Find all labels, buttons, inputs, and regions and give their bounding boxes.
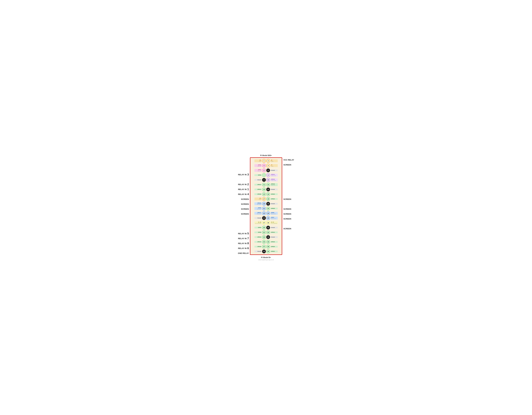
pin-left-label-17: GPIO13 [255, 236, 262, 238]
pin-row-10: GPIO10SPI0_MOSI1920Ground [251, 201, 281, 206]
pin-row-1: 3V3Power125VPower [251, 159, 281, 163]
left-annotation-num-7: 1 [247, 188, 249, 191]
pin-right-label-3: Ground [270, 170, 278, 171]
right-annotation-row-15: SCREEN [283, 226, 291, 231]
left-annotation-row-8: RELAY IN4 [238, 192, 249, 197]
pin-left-label-1: 3V3Power [255, 159, 262, 162]
pin-left-label-16: GPIO6 [255, 231, 262, 233]
pin-15: 15 [262, 192, 266, 196]
pin-35: 35 [262, 240, 266, 244]
left-annotations: RELAY IN3RELAY IN2RELAY IN1RELAY IN4SCRE… [238, 157, 250, 256]
pin-left-label-15: GPIO5 [255, 227, 262, 228]
pin-right-label-15: Ground [270, 227, 278, 228]
pin-38: 38 [266, 245, 270, 249]
left-annotation-row-19: RELAY IN6 [238, 246, 249, 251]
pin-36: 36 [266, 240, 270, 244]
pin-left-label-6: GPIO17 [255, 184, 262, 186]
right-annotations: VCC RELAYSCREENSCREENSCREENSCREENSCREENS… [282, 157, 294, 256]
title-top: Pi Model B/B+ [215, 154, 317, 157]
pin-3: 3 [262, 164, 266, 168]
left-annotation-row-16: RELAY IN5 [238, 231, 249, 236]
pin-6: 6 [266, 169, 270, 172]
left-annotation-text-9: SCREEN [241, 198, 249, 200]
left-annotation-text-16: RELAY IN [238, 233, 247, 235]
pin-right-label-10: Ground [270, 203, 278, 205]
pin-14: 14 [266, 188, 270, 191]
left-annotation-text-10: SCREEN [241, 203, 249, 205]
pin-board: 3V3Power125VPowerGPIO2SDA1 I2C345VPowerG… [250, 157, 282, 255]
pin-right-label-16: GPIO12 [270, 231, 278, 233]
right-annotation-text-11: SCREEN [283, 208, 291, 210]
left-annotation-row-17: RELAY IN7 [238, 236, 249, 241]
pin-left-label-20: Ground [255, 251, 262, 252]
pin-right-label-18: GPIO16 [270, 241, 278, 243]
pin-10: 10 [266, 178, 270, 182]
pin-row-7: GPIO271314Ground [251, 187, 281, 192]
right-annotation-text-9: SCREEN [283, 198, 291, 200]
pin-21: 21 [262, 207, 266, 210]
pin-right-label-6: GPIO18PCM_CLK [270, 183, 278, 186]
pin-right-label-5: GPIO15UART0_RXD [270, 179, 278, 181]
left-annotation-row-9: SCREEN [241, 197, 249, 202]
pin-right-label-20: GPIO21 [270, 251, 278, 252]
pin-8: 8 [266, 173, 270, 177]
right-annotation-row-13: SCREEN [283, 216, 291, 221]
pin-5: 5 [262, 169, 266, 172]
pin-40: 40 [266, 250, 270, 253]
pin-28: 28 [266, 221, 270, 225]
pin-right-label-17: Ground [270, 236, 278, 238]
left-annotation-num-18: 8 [247, 242, 249, 245]
pin-20: 20 [266, 202, 270, 206]
pin-left-label-7: GPIO27 [255, 189, 262, 190]
left-annotation-row-11: SCREEN [241, 207, 249, 211]
pin-right-label-8: GPIO23 [270, 193, 278, 195]
right-annotation-text-13: SCREEN [283, 218, 291, 220]
pin-left-label-11: GPIO9SPI0_MISO [255, 207, 262, 210]
pin-row-3: GPIO3SCL1 I2C56Ground [251, 168, 281, 173]
pin-left-label-13: Ground [255, 217, 262, 219]
pin-11: 11 [262, 183, 266, 187]
left-annotation-text-19: RELAY IN [238, 247, 247, 249]
pin-left-label-5: Ground [255, 179, 262, 181]
right-annotation-row-12: SCREEN [283, 211, 291, 216]
pin-row-17: GPIO133334Ground [251, 235, 281, 239]
pin-17: 17 [262, 197, 266, 201]
pin-16: 16 [266, 192, 270, 196]
pin-left-label-10: GPIO10SPI0_MOSI [255, 202, 262, 205]
pin-left-label-3: GPIO3SCL1 I2C [255, 169, 262, 172]
watermark: www.raspberrypi-spy.co.uk [215, 259, 317, 261]
right-annotation-text-2: SCREEN [283, 164, 291, 166]
pin-7: 7 [262, 173, 266, 177]
pin-4: 4 [266, 164, 270, 168]
pin-30: 30 [266, 226, 270, 229]
right-annotation-row-11: SCREEN [283, 207, 291, 211]
right-annotation-row-2: SCREEN [283, 162, 291, 167]
pin-23: 23 [262, 211, 266, 215]
right-annotation-text-1: VCC RELAY [283, 159, 294, 161]
left-annotation-num-17: 7 [247, 237, 249, 240]
pin-37: 37 [262, 245, 266, 249]
pin-2: 2 [266, 159, 270, 163]
right-annotation-row-1: VCC RELAY [283, 157, 294, 162]
left-annotation-row-18: RELAY IN8 [238, 241, 249, 246]
pin-25: 25 [262, 216, 266, 220]
right-annotation-text-15: SCREEN [283, 227, 291, 230]
pin-right-label-1: 5VPower [270, 159, 278, 162]
pin-right-label-14: ID_SCI2C ID EEPROM [270, 221, 278, 224]
pin-left-label-8: GPIO22 [255, 193, 262, 195]
left-annotation-text-18: RELAY IN [238, 242, 247, 245]
pin-row-14: ID_SDI2C ID EEPROM2728ID_SCI2C ID EEPROM [251, 220, 281, 225]
left-annotation-text-8: RELAY IN [238, 193, 247, 195]
pin-row-5: Ground910GPIO15UART0_RXD [251, 178, 281, 182]
pin-12: 12 [266, 183, 270, 187]
diagram-container: Pi Model B/B+ RELAY IN3RELAY IN2RELAY IN… [215, 154, 317, 261]
pin-left-label-4: GPIO4 [255, 174, 262, 176]
pin-row-2: GPIO2SDA1 I2C345VPower [251, 163, 281, 168]
pin-13: 13 [262, 188, 266, 191]
left-annotation-text-20: GND RELAY [238, 252, 249, 254]
left-annotation-num-19: 6 [247, 247, 249, 250]
right-annotation-row-9: SCREEN [283, 197, 291, 202]
pin-33: 33 [262, 235, 266, 239]
pin-row-11: GPIO9SPI0_MISO2122GPIO25 [251, 206, 281, 211]
pin-row-16: GPIO63132GPIO12 [251, 230, 281, 235]
